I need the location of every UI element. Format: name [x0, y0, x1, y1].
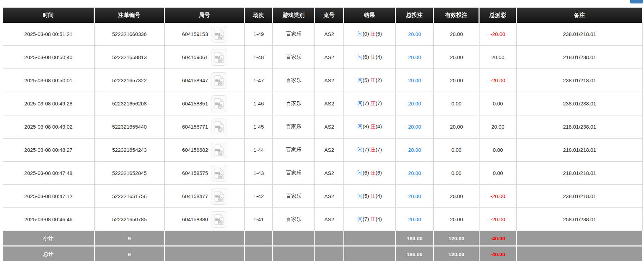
video-replay-button[interactable] — [211, 95, 227, 112]
result-player-label: 闲 — [358, 31, 363, 37]
column-header-round-no: 局号 — [165, 8, 245, 23]
cell-table-no: AS2 — [315, 69, 344, 92]
video-replay-button[interactable] — [211, 26, 227, 43]
result-banker-label: 庄 — [370, 193, 376, 199]
summary-empty-result — [344, 231, 396, 246]
cell-remark: 238.01/238.01 — [517, 92, 643, 115]
result-banker-points: (7) — [376, 100, 382, 106]
summary-empty-round — [165, 231, 245, 246]
cell-total-bet: 20.00 — [396, 23, 434, 46]
cell-payout: -20.00 — [480, 185, 517, 208]
top-right-button-fragment[interactable] — [630, 0, 643, 3]
column-header-game-type: 游戏类别 — [273, 8, 315, 23]
table-row: 2025-03-08 00:51:21 522321660336 6041591… — [3, 23, 643, 46]
video-replay-button[interactable] — [211, 119, 227, 135]
cell-result: 闲(7) 庄(7) — [344, 92, 396, 115]
video-file-icon — [214, 144, 224, 156]
result-banker-points: (4) — [376, 216, 382, 222]
column-header-time: 时间 — [3, 8, 95, 23]
total-bet-link[interactable]: 20.00 — [408, 170, 421, 176]
column-header-session: 场次 — [245, 8, 273, 23]
result-player-label: 闲 — [358, 170, 363, 176]
cell-valid-bet: 20.00 — [434, 23, 480, 46]
cell-table-no: AS2 — [315, 115, 344, 139]
table-row: 2025-03-08 00:46:46 522321650785 6041583… — [3, 208, 643, 231]
cell-bet-no: 522321658813 — [95, 46, 165, 69]
cell-round-no: 604158771 — [165, 115, 245, 139]
result-banker-points: (4) — [376, 193, 382, 199]
result-banker-points: (4) — [376, 123, 382, 129]
video-file-icon — [214, 98, 224, 110]
summary-count: 9 — [95, 231, 165, 246]
video-replay-button[interactable] — [211, 188, 227, 205]
result-player-label: 闲 — [358, 54, 363, 60]
cell-time: 2025-03-08 00:50:40 — [3, 46, 95, 69]
table-row: 2025-03-08 00:50:01 522321657322 6041589… — [3, 69, 643, 92]
cell-table-no: AS2 — [315, 139, 344, 162]
cell-valid-bet: 20.00 — [434, 185, 480, 208]
total-bet-link[interactable]: 20.00 — [408, 54, 421, 60]
video-replay-button[interactable] — [211, 142, 227, 158]
total-bet-link[interactable]: 20.00 — [408, 124, 421, 130]
result-banker-label: 庄 — [370, 77, 376, 83]
summary-empty-result — [344, 246, 396, 261]
result-banker-label: 庄 — [370, 170, 376, 176]
cell-payout: -20.00 — [480, 69, 517, 92]
cell-bet-no: 522321650785 — [95, 208, 165, 231]
column-header-total-bet: 总投注 — [396, 8, 434, 23]
round-number: 604158682 — [182, 147, 208, 153]
cell-payout: 0.00 — [480, 92, 517, 115]
cell-session: 1-45 — [245, 115, 273, 139]
total-bet-link[interactable]: 20.00 — [408, 77, 421, 83]
summary-empty-table-no — [315, 231, 344, 246]
result-banker-label: 庄 — [370, 100, 376, 106]
cell-game-type: 百家乐 — [273, 208, 315, 231]
cell-payout: -20.00 — [480, 208, 517, 231]
cell-valid-bet: 20.00 — [434, 69, 480, 92]
total-bet-link[interactable]: 20.00 — [408, 193, 421, 199]
video-file-icon — [214, 214, 224, 225]
cell-remark: 218.01/238.01 — [517, 46, 643, 69]
cell-round-no: 604159153 — [165, 23, 245, 46]
cell-session: 1-41 — [245, 208, 273, 231]
video-file-icon — [214, 75, 224, 86]
total-bet-link[interactable]: 20.00 — [408, 101, 421, 106]
summary-empty-session — [245, 246, 273, 261]
result-banker-points: (2) — [376, 77, 382, 83]
summary-empty-game-type — [273, 231, 315, 246]
cell-table-no: AS2 — [315, 23, 344, 46]
cell-result: 闲(5) 庄(2) — [344, 69, 396, 92]
cell-round-no: 604158380 — [165, 208, 245, 231]
video-replay-button[interactable] — [211, 49, 227, 66]
round-number: 604159153 — [182, 31, 208, 37]
table-row: 2025-03-08 00:50:40 522321658813 6041590… — [3, 46, 643, 69]
result-banker-points: (6) — [376, 170, 382, 176]
video-replay-button[interactable] — [211, 72, 227, 89]
summary-total-bet: 180.00 — [396, 231, 434, 246]
summary-label: 总计 — [3, 246, 95, 261]
summary-empty-table-no — [315, 246, 344, 261]
round-number: 604158477 — [182, 193, 208, 199]
video-replay-button[interactable] — [211, 165, 227, 181]
total-bet-link[interactable]: 20.00 — [408, 31, 421, 37]
cell-result: 闲(8) 庄(4) — [344, 115, 396, 139]
cell-result: 闲(7) 庄(7) — [344, 139, 396, 162]
cell-table-no: AS2 — [315, 46, 344, 69]
cell-total-bet: 20.00 — [396, 46, 434, 69]
cell-result: 闲(6) 庄(6) — [344, 162, 396, 185]
cell-time: 2025-03-08 00:46:46 — [3, 208, 95, 231]
total-bet-link[interactable]: 20.00 — [408, 216, 421, 222]
table-summary: 小计 9 180.00 120.00 -40.00 总计 9 180.00 12… — [3, 231, 643, 261]
total-bet-link[interactable]: 20.00 — [408, 147, 421, 153]
round-number: 604158575 — [182, 170, 208, 176]
cell-valid-bet: 0.00 — [434, 139, 480, 162]
cell-time: 2025-03-08 00:51:21 — [3, 23, 95, 46]
cell-round-no: 604158851 — [165, 92, 245, 115]
result-player-points: (6) — [363, 170, 369, 176]
result-banker-label: 庄 — [370, 123, 376, 129]
cell-bet-no: 522321652845 — [95, 162, 165, 185]
summary-empty-round — [165, 246, 245, 261]
cell-valid-bet: 0.00 — [434, 92, 480, 115]
video-replay-button[interactable] — [211, 211, 227, 228]
round-number: 604158851 — [182, 101, 208, 106]
